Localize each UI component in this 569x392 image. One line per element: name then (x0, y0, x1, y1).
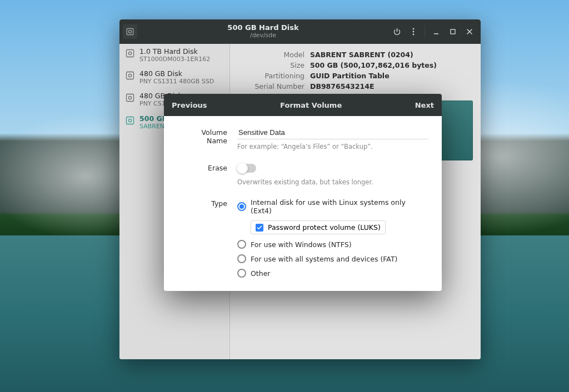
svg-rect-7 (127, 50, 134, 57)
type-label: Type (179, 197, 227, 208)
erase-label: Erase (179, 162, 227, 172)
svg-point-2 (413, 28, 415, 30)
close-button[interactable] (462, 24, 477, 39)
svg-rect-11 (127, 94, 134, 102)
format-volume-dialog: Previous Format Volume Next Volume Name … (164, 94, 442, 291)
dialog-header: Previous Format Volume Next (164, 94, 442, 116)
maximize-button[interactable] (445, 24, 461, 39)
radio-icon (237, 202, 246, 211)
value-serial: DB9876543214E (310, 82, 374, 91)
volume-name-input[interactable] (237, 126, 428, 139)
svg-rect-6 (451, 29, 455, 34)
type-option-fat[interactable]: For use with all systems and devices (FA… (237, 254, 426, 263)
svg-point-3 (413, 31, 415, 33)
value-partitioning: GUID Partition Table (310, 72, 390, 80)
svg-point-1 (128, 30, 131, 33)
radio-icon (237, 240, 246, 249)
type-radio-group: Internal disk for use with Linux systems… (237, 198, 426, 278)
value-model: SABRENT SABRENT (0204) (310, 51, 413, 59)
app-icon (123, 24, 137, 39)
power-icon (393, 28, 401, 36)
luks-checkbox-row[interactable]: Password protect volume (LUKS) (251, 220, 386, 234)
device-subtitle: PNY CS1311 480GB SSD (139, 78, 214, 85)
window-subtitle: /dev/sde (141, 32, 386, 39)
sidebar-item[interactable]: 1.0 TB Hard Disk ST1000DM003-1ER162 (119, 44, 229, 66)
drive-menu-button[interactable] (406, 24, 421, 39)
svg-point-10 (128, 74, 131, 77)
checkbox-checked-icon (256, 224, 263, 232)
erase-hint: Overwrites existing data, but takes long… (237, 178, 426, 186)
volume-name-label: Volume Name (179, 126, 227, 145)
svg-rect-13 (127, 117, 134, 124)
svg-rect-5 (434, 33, 438, 34)
device-title: 480 GB Disk (139, 69, 214, 78)
luks-label: Password protect volume (LUKS) (268, 223, 381, 232)
close-icon (466, 28, 473, 35)
radio-icon (237, 254, 246, 263)
device-title: 1.0 TB Hard Disk (139, 47, 210, 56)
power-button[interactable] (389, 24, 405, 39)
minimize-icon (433, 28, 440, 35)
maximize-icon (450, 28, 456, 35)
type-option-label: For use with all systems and devices (FA… (251, 255, 397, 263)
svg-point-8 (128, 52, 131, 54)
label-partitioning: Partitioning (238, 72, 305, 80)
switch-knob (237, 163, 248, 174)
type-option-ntfs[interactable]: For use with Windows (NTFS) (237, 240, 426, 249)
device-subtitle: ST1000DM003-1ER162 (139, 56, 210, 63)
type-option-label: Other (251, 269, 271, 278)
label-size: Size (238, 61, 305, 69)
erase-switch[interactable] (237, 164, 256, 173)
drive-ssd-icon (125, 71, 135, 81)
kebab-icon (412, 28, 415, 36)
svg-point-12 (128, 97, 131, 99)
volume-name-hint: For example: “Angela’s Files” or “Backup… (237, 143, 426, 150)
svg-point-4 (413, 34, 415, 36)
radio-icon (237, 269, 246, 278)
label-model: Model (238, 51, 305, 59)
drive-harddisk-icon (125, 48, 135, 58)
label-serial: Serial Number (238, 82, 305, 91)
type-option-ext4[interactable]: Internal disk for use with Linux systems… (237, 198, 426, 215)
titlebar: 500 GB Hard Disk /dev/sde (119, 19, 481, 44)
minimize-button[interactable] (428, 24, 444, 39)
svg-rect-9 (127, 72, 134, 79)
next-button[interactable]: Next (415, 101, 434, 109)
dialog-title: Format Volume (207, 101, 415, 109)
svg-rect-0 (127, 28, 133, 34)
window-title: 500 GB Hard Disk (141, 24, 386, 32)
type-option-label: For use with Windows (NTFS) (251, 240, 352, 249)
titlebar-separator (425, 26, 425, 38)
value-size: 500 GB (500,107,862,016 bytes) (310, 61, 437, 69)
drive-harddisk-icon (125, 115, 135, 125)
previous-button[interactable]: Previous (172, 101, 207, 109)
drive-harddisk-icon (126, 28, 134, 36)
type-option-other[interactable]: Other (237, 269, 426, 278)
sidebar-item[interactable]: 480 GB Disk PNY CS1311 480GB SSD (119, 66, 229, 88)
type-option-label: Internal disk for use with Linux systems… (251, 198, 426, 215)
drive-ssd-icon (125, 93, 135, 103)
svg-point-14 (128, 119, 131, 122)
